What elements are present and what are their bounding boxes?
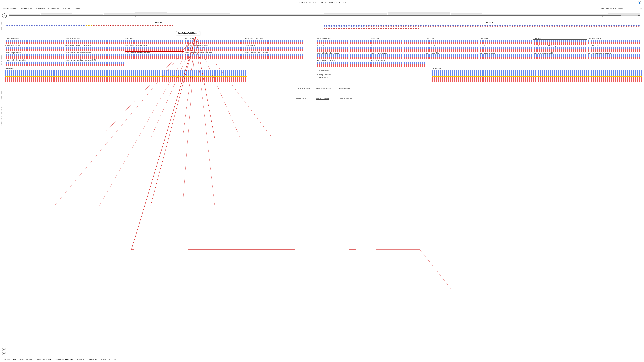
senate-committee-item[interactable]: Senate Foreign Relations [5, 52, 64, 59]
house-dot-blue[interactable] [579, 25, 580, 26]
house-dot-red[interactable] [378, 26, 379, 27]
senate-committee-item[interactable]: Senate Budget [125, 37, 184, 44]
house-dot-red[interactable] [519, 26, 520, 27]
senate-committee-item[interactable]: Senate Health, Labor & Pensions [5, 59, 64, 66]
house-dot-red[interactable] [472, 26, 473, 27]
house-dot-red[interactable] [438, 26, 439, 27]
house-dot-red[interactable] [380, 26, 380, 27]
house-dot-red[interactable] [334, 28, 335, 29]
house-committee-item[interactable]: House Financial Services [371, 52, 425, 59]
house-dot-red[interactable] [557, 26, 558, 27]
house-dot-red[interactable] [510, 26, 511, 27]
senate-dot[interactable] [148, 25, 150, 26]
house-dot-blue[interactable] [378, 25, 379, 26]
house-dot-blue[interactable] [572, 25, 574, 26]
house-dot-blue[interactable] [542, 25, 543, 26]
house-dot-blue[interactable] [329, 26, 330, 27]
house-dot-blue[interactable] [328, 25, 328, 26]
senate-dot[interactable] [59, 25, 60, 26]
house-dot-blue[interactable] [606, 25, 607, 26]
senate-dot[interactable] [110, 25, 111, 26]
senate-dot[interactable] [81, 25, 82, 26]
house-dot-red[interactable] [512, 26, 513, 27]
senate-dot[interactable] [122, 25, 122, 26]
senate-dot[interactable] [7, 25, 8, 26]
senate-dot[interactable] [160, 25, 161, 26]
house-dot-red[interactable] [601, 26, 602, 27]
senate-dot[interactable] [116, 25, 118, 26]
house-dot-blue[interactable] [504, 25, 505, 26]
senate-dot[interactable] [78, 25, 79, 26]
senate-dot[interactable] [9, 25, 10, 26]
house-dot-red[interactable] [432, 26, 432, 27]
house-dot-red[interactable] [332, 28, 334, 29]
house-dot-blue[interactable] [390, 25, 390, 26]
house-dot-blue[interactable] [601, 25, 602, 26]
house-dot-blue[interactable] [613, 25, 614, 26]
house-dot-blue[interactable] [364, 25, 366, 26]
house-dot-red[interactable] [423, 26, 424, 27]
house-dot-red[interactable] [634, 26, 636, 27]
house-dot-red[interactable] [413, 26, 414, 27]
house-dot-blue[interactable] [578, 25, 578, 26]
senate-dot[interactable] [48, 25, 48, 26]
house-dot-red[interactable] [428, 26, 429, 27]
house-dot-blue[interactable] [477, 25, 478, 26]
senate-dot[interactable] [126, 25, 128, 26]
house-dot-red[interactable] [579, 26, 580, 27]
house-dot-red[interactable] [584, 26, 585, 27]
house-dot-blue[interactable] [326, 25, 327, 26]
house-dot-red[interactable] [413, 28, 414, 29]
senate-dot[interactable] [91, 25, 92, 26]
house-dot-blue[interactable] [550, 25, 552, 26]
house-dot-blue[interactable] [537, 25, 538, 26]
house-committee-item[interactable]: House Rules [533, 37, 587, 44]
senate-dot[interactable] [125, 25, 126, 26]
house-dot-blue[interactable] [468, 25, 470, 26]
house-dot-red[interactable] [616, 26, 617, 27]
house-dot-blue[interactable] [356, 25, 357, 26]
house-dot-blue[interactable] [351, 26, 352, 27]
senate-committee-item[interactable]: Senate Education, Labor & Pensions [245, 52, 304, 59]
house-dot-red[interactable] [537, 26, 538, 27]
house-dot-blue[interactable] [564, 25, 565, 26]
senate-dot[interactable] [51, 25, 52, 26]
senate-dot[interactable] [103, 25, 104, 26]
house-dot-red[interactable] [346, 28, 347, 29]
house-dot-blue[interactable] [596, 25, 597, 26]
house-dot-red[interactable] [626, 26, 627, 27]
house-dot-red[interactable] [589, 26, 590, 27]
house-dot-red[interactable] [386, 28, 387, 29]
house-dot-red[interactable] [458, 26, 459, 27]
senate-dot[interactable] [154, 25, 154, 26]
house-dot-blue[interactable] [351, 25, 352, 26]
house-dot-red[interactable] [530, 26, 532, 27]
senate-dot[interactable] [39, 25, 40, 26]
house-dot-blue[interactable] [374, 25, 376, 26]
house-dot-red[interactable] [633, 26, 634, 27]
house-committee-item[interactable]: House Veterans' Affairs [587, 45, 641, 52]
house-dot-red[interactable] [400, 26, 401, 27]
house-dot-red[interactable] [390, 26, 390, 27]
house-dot-blue[interactable] [386, 25, 387, 26]
house-dot-red[interactable] [536, 26, 536, 27]
house-dot-blue[interactable] [403, 25, 404, 26]
house-dot-red[interactable] [446, 26, 448, 27]
house-dot-blue[interactable] [353, 26, 354, 27]
house-dot-blue[interactable] [546, 25, 546, 26]
house-dot-red[interactable] [363, 28, 364, 29]
user-icon[interactable]: 👤 [638, 1, 641, 4]
house-dot-red[interactable] [487, 26, 488, 27]
house-dot-blue[interactable] [393, 25, 394, 26]
house-dot-blue[interactable] [376, 25, 377, 26]
house-dot-red[interactable] [416, 26, 418, 27]
house-dot-blue[interactable] [467, 25, 468, 26]
house-dot-red[interactable] [562, 26, 563, 27]
house-dot-blue[interactable] [608, 25, 608, 26]
house-committee-item[interactable]: House Energy & Commerce [317, 60, 371, 66]
house-dot-red[interactable] [406, 26, 407, 27]
house-dot-red[interactable] [433, 26, 434, 27]
house-dot-blue[interactable] [406, 25, 407, 26]
senate-committee-item[interactable]: Senate Finance [245, 45, 304, 52]
search-input[interactable] [616, 7, 636, 10]
